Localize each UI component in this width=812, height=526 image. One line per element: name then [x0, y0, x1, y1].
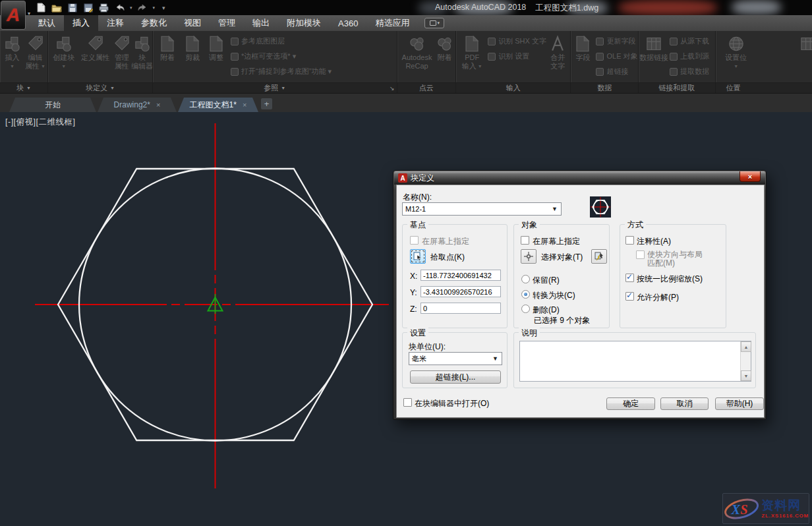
- block-unit-combobox[interactable]: 毫米▼: [409, 352, 502, 365]
- tab-parametric[interactable]: 参数化: [132, 15, 175, 31]
- tab-manage[interactable]: 管理: [210, 15, 244, 31]
- y-field[interactable]: -3.431009926570216: [420, 286, 501, 297]
- create-block-button[interactable]: 创建块▼: [49, 35, 78, 71]
- scroll-up-icon[interactable]: ▲: [741, 341, 751, 352]
- snap-to-underlay-button[interactable]: 打开“捕捉到参考底图”功能 ▾: [231, 67, 332, 76]
- dialog-close-button[interactable]: ×: [740, 171, 761, 182]
- hyperlink-button[interactable]: 超链接(L)...: [410, 370, 501, 384]
- panel-title-point-cloud[interactable]: 点云: [397, 82, 456, 93]
- set-location-button[interactable]: 设置位▼: [722, 35, 750, 71]
- undo-dropdown[interactable]: ▾: [130, 5, 132, 11]
- ribbon-display-button[interactable]: ▾: [424, 18, 444, 28]
- window-title: Autodesk AutoCAD 2018工程图文档1.dwg: [435, 3, 598, 14]
- pick-point-button[interactable]: [410, 249, 426, 264]
- allow-explode-checkbox[interactable]: ✓: [625, 292, 634, 301]
- redo-icon[interactable]: [137, 2, 148, 13]
- file-tab-start[interactable]: 开始: [9, 98, 96, 112]
- x-field[interactable]: -118.7732400691432: [420, 270, 501, 281]
- data-link-button[interactable]: 数据链接: [640, 35, 668, 62]
- description-scrollbar[interactable]: ▲ ▼: [740, 341, 751, 381]
- panel-title-block-definition[interactable]: 块定义▼: [48, 82, 152, 93]
- base-onscreen-checkbox[interactable]: [410, 236, 419, 245]
- panel-import: PDF输入▼ 识别 SHX 文字 识别 设置 合并文字 输入: [456, 31, 571, 93]
- clip-button[interactable]: 剪裁: [182, 35, 203, 62]
- viewport-controls[interactable]: [-][俯视][二维线框]: [5, 117, 76, 128]
- combine-text-button[interactable]: 合并文字: [547, 35, 568, 71]
- extract-data-button[interactable]: 提取数据: [670, 67, 709, 76]
- save-as-icon[interactable]: [82, 2, 94, 13]
- ole-object-button[interactable]: OLE 对象: [596, 51, 637, 61]
- tab-annotate[interactable]: 注释: [98, 15, 132, 31]
- plot-icon[interactable]: [98, 2, 109, 13]
- download-icon: [670, 38, 678, 45]
- upload-to-source-button[interactable]: 上载到源: [670, 51, 709, 61]
- new-file-icon[interactable]: [35, 2, 46, 13]
- reference-dialog-launcher[interactable]: ↘: [390, 85, 395, 92]
- panel-title-reference[interactable]: 参照▼↘: [153, 82, 396, 93]
- uniform-scale-checkbox[interactable]: ✓: [625, 274, 634, 282]
- autodesk-recap-button[interactable]: AutodeskReCap: [400, 35, 434, 71]
- panel-title-block[interactable]: 块▼: [0, 82, 47, 93]
- recognize-shx-button[interactable]: 识别 SHX 文字: [488, 36, 546, 46]
- help-button[interactable]: 帮助(H): [715, 397, 764, 410]
- redo-dropdown[interactable]: ▾: [153, 5, 156, 11]
- panel-title-data[interactable]: 数据: [571, 82, 638, 93]
- block-editor-button[interactable]: 块编辑器: [132, 35, 152, 71]
- qat-customize[interactable]: ▾: [162, 5, 165, 11]
- underlay-layers-button[interactable]: 参考底图图层: [231, 36, 285, 46]
- quick-select-button[interactable]: [591, 249, 607, 264]
- frame-option-button[interactable]: *边框可变选项* ▾: [231, 51, 296, 61]
- panel-title-import[interactable]: 输入: [456, 82, 570, 93]
- retain-radio[interactable]: [521, 275, 530, 283]
- delete-radio[interactable]: [521, 305, 530, 313]
- file-tab-doc1[interactable]: 工程图文档1*×: [178, 98, 258, 112]
- edit-attribute-button[interactable]: 编辑属性▼: [24, 35, 46, 71]
- tab-insert[interactable]: 插入: [64, 15, 98, 31]
- watermark: XS 资料网 ZL.XS1616.COM: [722, 493, 809, 524]
- panel-title-linking[interactable]: 链接和提取: [639, 82, 715, 93]
- attach-button[interactable]: 附着: [157, 35, 178, 62]
- new-tab-button[interactable]: +: [261, 98, 272, 109]
- hyperlink-button[interactable]: 超链接: [596, 67, 628, 76]
- tab-output[interactable]: 输出: [244, 15, 278, 31]
- convert-to-block-radio[interactable]: [521, 290, 530, 299]
- tab-addins[interactable]: 附加模块: [278, 15, 330, 31]
- close-tab-icon[interactable]: ×: [156, 101, 160, 109]
- tab-a360[interactable]: A360: [330, 15, 366, 31]
- adjust-button[interactable]: 调整: [206, 35, 227, 62]
- ok-button[interactable]: 确定: [606, 397, 655, 410]
- tab-default[interactable]: 默认: [30, 15, 64, 31]
- description-textarea[interactable]: ▲ ▼: [519, 341, 751, 382]
- select-objects-button[interactable]: [521, 249, 536, 264]
- tab-view[interactable]: 视图: [175, 15, 210, 31]
- match-orientation-checkbox[interactable]: [636, 250, 645, 259]
- objects-onscreen-checkbox[interactable]: [521, 236, 529, 245]
- field-button[interactable]: 字段: [572, 35, 593, 62]
- cancel-button[interactable]: 取消: [660, 397, 709, 410]
- update-fields-button[interactable]: 更新字段: [596, 36, 635, 46]
- define-attributes-button[interactable]: 定义属性: [80, 35, 111, 62]
- recognition-settings-button[interactable]: 识别 设置: [488, 51, 529, 61]
- manage-attributes-button[interactable]: 管理属性: [112, 35, 132, 71]
- undo-icon[interactable]: [114, 2, 125, 13]
- download-from-source-button[interactable]: 从源下载: [670, 36, 709, 46]
- name-combobox[interactable]: M12-1▼: [402, 202, 562, 216]
- save-icon[interactable]: [67, 2, 78, 13]
- autocad-logo-button[interactable]: A: [1, 1, 26, 30]
- panel-title-location[interactable]: 位置: [716, 82, 812, 93]
- extract-icon: [670, 68, 678, 76]
- pointcloud-attach-button[interactable]: 附着: [435, 35, 455, 62]
- scroll-down-icon[interactable]: ▼: [741, 370, 751, 381]
- logo-dropdown-arrow[interactable]: ▾: [28, 11, 30, 16]
- open-in-editor-checkbox[interactable]: [403, 398, 412, 407]
- annotative-checkbox[interactable]: [625, 236, 634, 245]
- file-tab-drawing2[interactable]: Drawing2*×: [98, 98, 177, 112]
- z-field[interactable]: 0: [420, 303, 501, 314]
- close-tab-icon[interactable]: ×: [243, 101, 246, 109]
- dialog-title-bar[interactable]: A 块定义 ×: [394, 171, 765, 185]
- insert-block-button[interactable]: 插入▼: [1, 35, 23, 71]
- drawing-canvas[interactable]: [-][俯视][二维线框] XS 资料网 ZL.XS1616.COM A: [0, 112, 812, 526]
- tab-featured-apps[interactable]: 精选应用: [366, 15, 418, 31]
- open-file-icon[interactable]: [51, 2, 62, 13]
- pdf-import-button[interactable]: PDF输入▼: [460, 35, 484, 71]
